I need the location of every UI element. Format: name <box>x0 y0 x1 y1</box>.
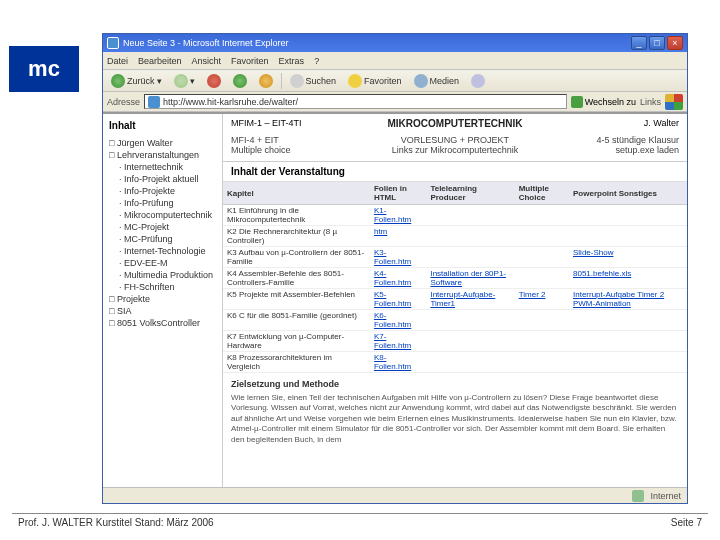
table-link[interactable]: Interrupt-Aufgabe Timer 2 PWM-Animation <box>573 290 664 308</box>
sidebar-item[interactable]: □ Lehrveranstaltungen <box>109 149 216 161</box>
menu-edit[interactable]: Bearbeiten <box>138 56 182 66</box>
sidebar-item[interactable]: · Info-Prüfung <box>109 197 216 209</box>
menu-favorites[interactable]: Favoriten <box>231 56 269 66</box>
minimize-button[interactable]: _ <box>631 36 647 50</box>
refresh-button[interactable] <box>229 73 251 89</box>
table-cell: K8 Prozessorarchitekturen im Vergleich <box>223 352 370 373</box>
sidebar-item[interactable]: · EDV-EE-M <box>109 257 216 269</box>
sidebar-item[interactable]: · Mikrocomputertechnik <box>109 209 216 221</box>
stop-button[interactable] <box>203 73 225 89</box>
sidebar-item[interactable]: · MC-Prüfung <box>109 233 216 245</box>
browser-window: Neue Seite 3 - Microsoft Internet Explor… <box>102 33 688 504</box>
table-cell <box>569 310 687 331</box>
table-link[interactable]: K7-Folien.htm <box>374 332 411 350</box>
search-button[interactable]: Suchen <box>286 73 341 89</box>
window-title: Neue Seite 3 - Microsoft Internet Explor… <box>123 38 631 48</box>
table-cell: Interrupt-Aufgabe Timer 2 PWM-Animation <box>569 289 687 310</box>
table-header: Folien in HTML <box>370 182 426 205</box>
sidebar-item[interactable]: · Info-Projekt aktuell <box>109 173 216 185</box>
sidebar-item[interactable]: · Info-Projekte <box>109 185 216 197</box>
row2-left: MFI-4 + EIT <box>231 135 380 145</box>
table-link[interactable]: K1-Folien.htm <box>374 206 411 224</box>
table-cell: Timer 2 <box>515 289 569 310</box>
goal-text: Wie lernen Sie, einen Teil der technisch… <box>231 393 679 445</box>
windows-flag-icon <box>665 94 683 110</box>
table-header: Multiple Choice <box>515 182 569 205</box>
table-link[interactable]: htm <box>374 227 387 236</box>
search-icon <box>290 74 304 88</box>
table-link[interactable]: K4-Folien.htm <box>374 269 411 287</box>
table-row: K6 C für die 8051-Familie (geordnet)K6-F… <box>223 310 687 331</box>
maximize-button[interactable]: □ <box>649 36 665 50</box>
table-link[interactable]: Timer 2 <box>519 290 546 299</box>
table-cell <box>426 226 514 247</box>
table-row: K8 Prozessorarchitekturen im VergleichK8… <box>223 352 687 373</box>
ie-icon <box>107 37 119 49</box>
slide-footer: Prof. J. WALTER Kurstitel Stand: März 20… <box>0 517 720 528</box>
sidebar-item[interactable]: □ Jürgen Walter <box>109 137 216 149</box>
table-link[interactable]: Interrupt-Aufgabe-Timer1 <box>430 290 495 308</box>
forward-icon <box>174 74 188 88</box>
menu-file[interactable]: Datei <box>107 56 128 66</box>
back-icon <box>111 74 125 88</box>
history-button[interactable] <box>467 73 489 89</box>
table-cell: K6-Folien.htm <box>370 310 426 331</box>
links-label[interactable]: Links <box>640 97 661 107</box>
media-button[interactable]: Medien <box>410 73 464 89</box>
subtitle: Inhalt der Veranstaltung <box>223 162 687 182</box>
table-cell: K2 Die Rechnerarchitektur (8 µ Controlle… <box>223 226 370 247</box>
table-link[interactable]: K8-Folien.htm <box>374 353 411 371</box>
table-cell <box>515 310 569 331</box>
sidebar-item[interactable]: □ 8051 VolksController <box>109 317 216 329</box>
back-button[interactable]: Zurück ▾ <box>107 73 166 89</box>
row2-mid: VORLESUNG + PROJEKT <box>380 135 529 145</box>
go-icon <box>571 96 583 108</box>
sidebar-item[interactable]: · MC-Projekt <box>109 221 216 233</box>
table-cell <box>426 352 514 373</box>
statusbar: Internet <box>103 487 687 503</box>
table-cell <box>569 331 687 352</box>
forward-button[interactable]: ▾ <box>170 73 199 89</box>
address-bar: Adresse http://www.hit-karlsruhe.de/walt… <box>103 92 687 112</box>
table-cell: K4 Assembler-Befehle des 8051-Controller… <box>223 268 370 289</box>
table-link[interactable]: K5-Folien.htm <box>374 290 411 308</box>
table-cell <box>426 310 514 331</box>
table-link[interactable]: K3-Folien.htm <box>374 248 411 266</box>
titlebar: Neue Seite 3 - Microsoft Internet Explor… <box>103 34 687 52</box>
menu-view[interactable]: Ansicht <box>192 56 222 66</box>
table-cell <box>569 205 687 226</box>
row2-right2: setup.exe laden <box>530 145 679 155</box>
menu-help[interactable]: ? <box>314 56 319 66</box>
table-row: K5 Projekte mit Assembler-BefehlenK5-Fol… <box>223 289 687 310</box>
address-label: Adresse <box>107 97 140 107</box>
close-button[interactable]: × <box>667 36 683 50</box>
favorites-button[interactable]: Favoriten <box>344 73 406 89</box>
table-link[interactable]: Slide-Show <box>573 248 613 257</box>
table-cell <box>515 268 569 289</box>
content-table: KapitelFolien in HTMLTelelearning Produc… <box>223 182 687 373</box>
page-content: Inhalt □ Jürgen Walter□ Lehrveranstaltun… <box>103 112 687 487</box>
address-input[interactable]: http://www.hit-karlsruhe.de/walter/ <box>144 94 567 109</box>
table-cell: K3-Folien.htm <box>370 247 426 268</box>
go-button[interactable]: Wechseln zu <box>571 96 636 108</box>
row2-mid2: Links zur Mikrocomputertechnik <box>380 145 529 155</box>
menu-extras[interactable]: Extras <box>279 56 305 66</box>
table-row: K3 Aufbau von µ-Controllern der 8051-Fam… <box>223 247 687 268</box>
table-cell: K7 Entwicklung von µ-Computer-Hardware <box>223 331 370 352</box>
sidebar-item[interactable]: □ Projekte <box>109 293 216 305</box>
sidebar-item[interactable]: □ SIA <box>109 305 216 317</box>
table-link[interactable]: K6-Folien.htm <box>374 311 411 329</box>
table-row: K7 Entwicklung von µ-Computer-HardwareK7… <box>223 331 687 352</box>
table-row: K4 Assembler-Befehle des 8051-Controller… <box>223 268 687 289</box>
sidebar-item[interactable]: · Internettechnik <box>109 161 216 173</box>
home-button[interactable] <box>255 73 277 89</box>
table-link[interactable]: Installation der 80P1-Software <box>430 269 506 287</box>
sidebar-item[interactable]: · Multimedia Produktion <box>109 269 216 281</box>
sidebar-item[interactable]: · Internet-Technologie <box>109 245 216 257</box>
sidebar-title: Inhalt <box>109 120 216 131</box>
content-sidebar: Inhalt □ Jürgen Walter□ Lehrveranstaltun… <box>103 114 223 487</box>
sidebar-item[interactable]: · FH-Schriften <box>109 281 216 293</box>
table-header: Kapitel <box>223 182 370 205</box>
table-cell <box>515 226 569 247</box>
table-link[interactable]: 8051.befehle.xls <box>573 269 631 278</box>
